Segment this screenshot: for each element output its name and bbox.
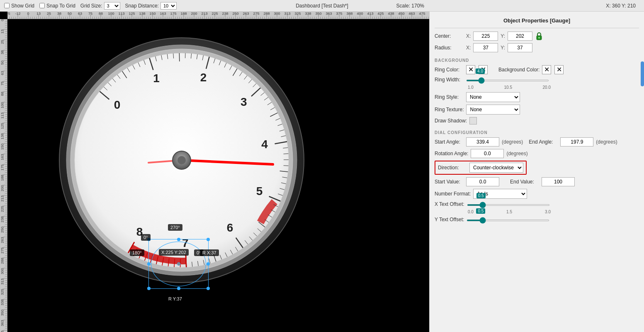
rotation-input[interactable] [471, 149, 504, 158]
svg-text:6: 6 [227, 221, 233, 234]
show-grid-toggle[interactable]: Show Grid [4, 3, 34, 9]
y-text-offset-bubble: 0.5 [476, 208, 485, 214]
radius-x-input[interactable] [473, 43, 498, 52]
radius-row: Radius: X: Y: [435, 43, 639, 52]
background-section-header: BACKGROUND [435, 56, 639, 63]
snap-to-grid-checkbox[interactable] [39, 3, 45, 8]
center-row: Center: X: Y: [435, 32, 639, 41]
ring-texture-label: Ring Texture: [435, 107, 464, 112]
properties-panel: Object Properties [Gauge] Center: X: Y: … [429, 12, 644, 332]
svg-text:2: 2 [200, 71, 207, 84]
svg-point-7 [177, 156, 186, 164]
toolbar: Dashboard [Test Dash*] Show Grid Snap To… [0, 0, 644, 12]
bg-color-x2[interactable]: ✕ [554, 65, 564, 74]
direction-select[interactable]: Clockwise Counter-clockwise [469, 163, 523, 173]
x-text-offset-row: X Text Offset: 0.5 0.0 1.5 3.0 [435, 201, 639, 214]
ring-texture-select[interactable]: NoneBrushedChrome [466, 105, 520, 115]
rotation-row: Rotation Angle: (degrees) [435, 149, 639, 158]
radius-label: Radius: [435, 45, 464, 51]
x-text-offset-slider-wrapper: 0.5 [467, 201, 550, 207]
ring-width-row: Ring Width: 4.0 1.0 10.5 20.0 [435, 77, 639, 90]
snap-distance-select[interactable]: 10520 [160, 2, 177, 10]
ring-width-bubble: 4.0 [476, 68, 485, 74]
number-format-row: Number Format: As IsDecimalInteger [435, 189, 639, 199]
show-grid-checkbox[interactable] [4, 3, 10, 8]
start-angle-label: Start Angle: [435, 139, 464, 145]
ring-width-label: Ring Width: [435, 77, 464, 83]
svg-line-61 [284, 166, 289, 166]
x-text-offset-slider[interactable] [467, 204, 550, 206]
ring-width-slider-wrapper: 4.0 [466, 77, 549, 83]
xy-coordinates: X: 360 Y: 210 [606, 3, 636, 9]
rotation-unit: (degrees) [506, 151, 527, 156]
canvas-area[interactable]: 012345678 [0, 12, 429, 332]
number-format-label: Number Format: [435, 191, 471, 197]
ring-style-label: Ring Style: [435, 94, 464, 100]
x-text-offset-bubble: 0.5 [476, 193, 486, 198]
ring-texture-row: Ring Texture: NoneBrushedChrome [435, 105, 639, 115]
svg-text:7: 7 [182, 237, 189, 249]
main-area: 012345678 [0, 12, 644, 332]
dial-config-section-header: DIAL CONFIGURATION [435, 129, 639, 135]
center-x-label: X: [466, 33, 471, 39]
gauge-svg: 012345678 [41, 23, 331, 297]
bg-color-x1[interactable]: ✕ [542, 65, 551, 74]
values-row: Start Value: End Value: [435, 177, 639, 186]
ring-width-labels: 1.0 10.5 20.0 [468, 85, 551, 90]
ring-width-slider[interactable] [466, 80, 549, 81]
ruler-left [0, 19, 7, 332]
end-angle-input[interactable] [560, 137, 593, 146]
start-angle-unit: (degrees) [502, 139, 523, 145]
title-center: Dashboard [Test Dash*] [296, 3, 348, 9]
ring-style-row: Ring Style: NoneSolidDashed [435, 92, 639, 102]
radius-x-label: X: [466, 45, 471, 51]
svg-text:4: 4 [261, 138, 268, 151]
y-text-offset-slider-wrapper: 0.5 [467, 217, 549, 222]
x-text-offset-label: X Text Offset: [435, 201, 464, 207]
direction-label: Direction: [438, 165, 467, 171]
direction-row: Direction: Clockwise Counter-clockwise [435, 161, 639, 175]
end-angle-unit: (degrees) [596, 139, 617, 145]
snap-distance-control: Snap Distance: 10520 [125, 2, 177, 10]
scale-info: Scale: 170% [396, 3, 424, 9]
rotation-label: Rotation Angle: [435, 151, 468, 156]
end-value-label: End Value: [510, 179, 539, 185]
angles-row: Start Angle: (degrees) End Angle: (degre… [435, 137, 639, 146]
scroll-indicator[interactable] [641, 61, 644, 86]
svg-text:3: 3 [241, 95, 247, 108]
y-text-offset-slider[interactable] [467, 220, 549, 221]
lock-icon[interactable] [535, 32, 543, 40]
end-value-input[interactable] [542, 177, 575, 186]
ring-style-select[interactable]: NoneSolidDashed [466, 92, 520, 102]
start-value-label: Start Value: [435, 179, 464, 185]
draw-shadow-row: Draw Shadow: [435, 117, 639, 124]
draw-shadow-label: Draw Shadow: [435, 118, 467, 124]
svg-line-98 [186, 255, 186, 267]
radius-y-input[interactable] [508, 43, 532, 52]
center-y-label: Y: [501, 33, 505, 39]
y-text-offset-label: Y Text Offset: [435, 217, 464, 222]
draw-shadow-checkbox[interactable] [469, 117, 477, 124]
svg-text:5: 5 [256, 185, 263, 198]
grid-size-control: Grid Size: 3510 [80, 2, 120, 10]
center-x-input[interactable] [473, 32, 498, 41]
y-text-offset-row: Y Text Offset: 0.5 [435, 217, 639, 222]
svg-text:8: 8 [136, 225, 143, 238]
panel-title: Object Properties [Gauge] [435, 15, 639, 28]
ruler-top [7, 12, 429, 19]
radius-y-label: Y: [501, 45, 505, 51]
svg-text:0: 0 [114, 98, 121, 111]
gauge-canvas[interactable]: 012345678 [7, 19, 429, 332]
center-label: Center: [435, 33, 464, 39]
bg-color-label: Background Color: [498, 67, 540, 73]
start-angle-input[interactable] [466, 137, 499, 146]
snap-to-grid-toggle[interactable]: Snap To Grid [39, 3, 75, 9]
color-row: Ring Color: ✕ ✕ Background Color: ✕ ✕ [435, 65, 639, 74]
svg-text:1: 1 [153, 72, 160, 85]
ring-color-label: Ring Color: [435, 67, 464, 73]
start-value-input[interactable] [466, 177, 499, 186]
grid-size-select[interactable]: 3510 [104, 2, 120, 10]
ring-color-x1[interactable]: ✕ [466, 65, 475, 74]
center-y-input[interactable] [508, 32, 532, 41]
direction-highlight: Direction: Clockwise Counter-clockwise [435, 161, 527, 175]
